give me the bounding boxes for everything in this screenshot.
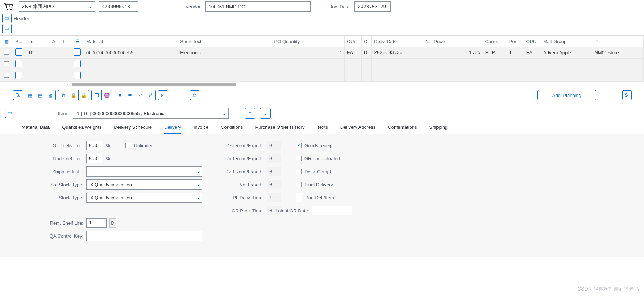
filter-button[interactable]: ▽ [135,90,145,100]
layout2-button[interactable]: ▤ [35,90,45,100]
col-itm[interactable]: Itm [26,36,50,47]
doc-type-text: ZNB 集团内PO [22,3,86,10]
layout1-button[interactable]: ▦ [25,90,35,100]
doc-date-input[interactable]: 2023.03.29 [354,1,391,12]
table-row[interactable] [0,59,644,70]
row-ind-input[interactable] [74,72,81,79]
detail-button[interactable] [13,90,22,100]
tab-texts[interactable]: Texts [317,122,328,134]
horizontal-scrollbar[interactable]: 〈 〉 [0,82,644,87]
col-c[interactable]: C [362,36,372,47]
tab-purchase-order-history[interactable]: Purchase Order History [255,122,305,134]
col-short-text[interactable]: Short Text [178,36,272,47]
table-row[interactable]: 10 000000000000000555 Electronic 1 EA D … [0,47,644,59]
po-header-bar: ZNB 集团内PO ⌄ 4700000018 Vendor: 100061 NM… [0,0,644,13]
item-select[interactable]: 1 [ 10 ] 000000000000000555 , Electronic… [73,108,229,119]
doc-type-combo[interactable]: ZNB 集团内PO ⌄ [19,1,95,12]
tab-invoice[interactable]: Invoice [194,122,208,134]
vendor-input[interactable]: 100061 NMI1 DC [205,1,311,12]
row-checkbox[interactable] [4,50,9,55]
overdeliv-input[interactable]: 0.0 [86,141,103,150]
item-tabs: Material DataQuantities/WeightsDelivery … [0,122,644,134]
delete-button[interactable]: 🗑 [58,90,68,100]
filter-off-button[interactable]: ▽̸ [145,90,155,100]
pldel-value: 1 [267,193,281,202]
col-opu[interactable]: OPU [524,36,541,47]
tab-delivery-address[interactable]: Delivery Address [340,122,376,134]
balance-button[interactable]: ⚖ [190,90,199,100]
tab-conditions[interactable]: Conditions [221,122,243,134]
expand-header-button[interactable] [2,14,12,23]
row-checkbox[interactable] [4,73,9,78]
item-next-button[interactable]: ⌄ [260,108,271,119]
row-status-input[interactable] [15,60,22,67]
col-s[interactable]: S... [13,36,26,47]
table-row[interactable] [0,70,644,82]
lock-button[interactable]: 🔒 [68,90,79,100]
col-material[interactable]: Material [84,36,178,47]
collapse-item-button[interactable] [5,109,14,118]
layout3-button[interactable]: ▧ [45,90,55,100]
col-curr[interactable]: Curre... [483,36,507,47]
row-ind-input[interactable] [74,60,81,67]
col-deliv-date[interactable]: Deliv. Date [372,36,423,47]
underdel-input[interactable]: 0.0 [86,154,103,163]
col-a[interactable]: A [50,36,61,47]
latest-gr-input[interactable] [312,206,352,215]
tab-quantities-weights[interactable]: Quantities/Weights [62,122,101,134]
settings-button[interactable]: ⎘ [158,90,167,100]
tab-delivery-schedule[interactable]: Delivery Schedule [114,122,152,134]
tab-material-data[interactable]: Material Data [22,122,50,134]
chevron-down-icon: ⌄ [196,195,200,200]
hierarchy-button[interactable]: ♒ [102,90,112,100]
rem1-value: 0 [267,141,281,150]
po-number-input[interactable]: 4700000018 [99,1,138,12]
item-label: Item: [58,111,68,116]
sort-desc-button[interactable]: ≣ [125,90,135,100]
unlock-button[interactable]: 🔓 [79,90,89,100]
part-del-input[interactable] [296,193,302,202]
row-checkbox[interactable] [4,61,9,66]
rem-shelf-input[interactable]: 1 [86,218,107,228]
scroll-thumb[interactable] [72,83,236,86]
qa-select[interactable] [86,231,202,241]
col-oun[interactable]: OUn [344,36,361,47]
col-matl-group[interactable]: Matl Group [541,36,592,47]
row-status-input[interactable] [15,72,22,79]
col-plnt[interactable]: Plnt [592,36,644,47]
final-deliv-checkbox[interactable] [296,182,302,187]
shipping-instr-select[interactable]: ⌄ [86,166,202,177]
col-po-qty[interactable]: PO Quantity [272,36,344,47]
deliv-compl-checkbox[interactable] [296,169,302,174]
tab-delivery[interactable]: Delivery [164,122,181,134]
filter-group: ≡ ≣ ▽ ▽̸ [115,90,156,100]
header-text: Header [14,16,29,21]
col-ind-icon[interactable]: ☰ [71,36,84,47]
src-stock-select[interactable]: X Quality inspection⌄ [86,179,202,190]
svg-point-2 [16,93,19,96]
row-ind-input[interactable] [74,48,81,56]
pricing-button[interactable]: $ [622,90,632,100]
row-status-input[interactable] [15,48,22,56]
stock-select[interactable]: X Quality inspection⌄ [86,193,202,203]
col-per[interactable]: Per [507,36,524,47]
copy-button[interactable]: ❐ [92,90,102,100]
delivery-col-3: ✓Goods receipt GR non-valuated Deliv. Co… [296,140,390,257]
doc-date-label: Doc. Date: [329,4,351,9]
col-i[interactable]: I [61,36,71,47]
svg-point-0 [7,9,8,10]
collapse-button[interactable] [2,24,12,33]
tab-confirmations[interactable]: Confirmations [388,122,417,134]
col-net-price[interactable]: Net Price [423,36,483,47]
material-link[interactable]: 000000000000000555 [86,50,133,55]
gr-nonval-checkbox[interactable] [296,156,302,161]
goods-receipt-checkbox[interactable]: ✓ [296,143,302,148]
item-toolbar: ▦ ▤ ▧ 🗑 🔒 🔓 ❐ ♒ ≡ ≣ ▽ ▽̸ ⎘ ⚖ Addl Planni… [0,87,644,103]
sort-button[interactable]: ≡ [115,90,125,100]
tab-shipping[interactable]: Shipping [429,122,448,134]
watermark-text: CSDN @喜欢打酱油的老鸟 [577,286,639,292]
item-prev-button[interactable]: ⌃ [245,108,255,119]
unlimited-checkbox[interactable] [125,143,131,148]
addl-planning-button[interactable]: Addl Planning [537,90,596,100]
col-settings-icon[interactable]: ▥ [0,36,13,47]
